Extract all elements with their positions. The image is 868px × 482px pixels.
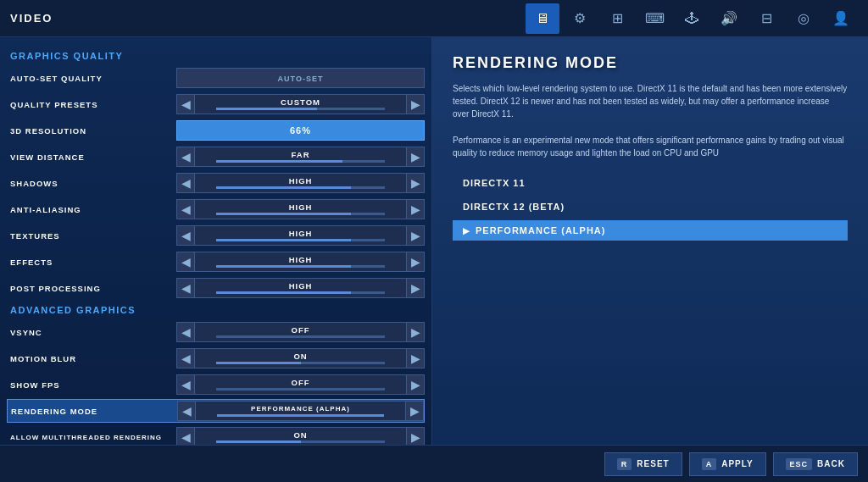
reset-button[interactable]: R RESET — [604, 452, 682, 476]
nav-controller-btn[interactable]: ◎ — [787, 3, 821, 34]
nav-keyboard-btn[interactable]: ⌨ — [637, 3, 671, 34]
arrow-right-anti-aliasing[interactable]: ▶ — [406, 199, 425, 219]
label-vsync: VSYNC — [7, 328, 176, 337]
option-directx11[interactable]: DIRECTX 11 — [453, 173, 848, 193]
value-display-motion-blur: ON — [195, 348, 406, 368]
control-view-distance: ◀ FAR ▶ — [176, 145, 425, 169]
control-effects: ◀ HIGH ▶ — [176, 250, 425, 274]
option-label-directx11: DIRECTX 11 — [463, 178, 526, 188]
arrow-right-vsync[interactable]: ▶ — [406, 322, 425, 342]
right-panel-desc2: Performance is an experimental new mode … — [453, 134, 848, 159]
arrow-right-multithreaded[interactable]: ▶ — [406, 427, 425, 445]
option-directx12[interactable]: DIRECTX 12 (BETA) — [453, 197, 848, 217]
arrow-left-quality-presets[interactable]: ◀ — [176, 94, 195, 114]
control-shadows: ◀ HIGH ▶ — [176, 171, 425, 195]
value-bar-view-distance — [216, 160, 385, 163]
nav-gamepad-btn[interactable]: 🕹 — [675, 3, 709, 34]
option-selected-arrow: ▶ — [463, 226, 470, 235]
value-text-quality-presets: CUSTOM — [281, 98, 320, 107]
bottom-bar: R RESET A APPLY ESC BACK — [0, 445, 868, 482]
label-effects: EFFECTS — [7, 258, 176, 267]
arrow-right-effects[interactable]: ▶ — [406, 252, 425, 272]
arrow-left-multithreaded[interactable]: ◀ — [176, 427, 195, 445]
nav-person-btn[interactable]: 👤 — [824, 3, 858, 34]
label-shadows: SHADOWS — [7, 179, 176, 188]
label-autoset: AUTO-SET QUALITY — [7, 74, 176, 83]
back-key: ESC — [786, 458, 813, 470]
reset-key: R — [617, 458, 632, 470]
nav-gear-btn[interactable]: ⚙ — [563, 3, 597, 34]
value-bar-post-processing — [216, 291, 385, 294]
setting-row-rendering-mode[interactable]: RENDERING MODE ◀ PERFORMANCE (ALPHA) ▶ — [7, 399, 425, 423]
nav-display-btn[interactable]: ⊞ — [600, 3, 634, 34]
value-display-multithreaded: ON — [195, 427, 406, 445]
value-display-vsync: OFF — [195, 322, 406, 342]
control-post-processing: ◀ HIGH ▶ — [176, 276, 425, 300]
arrow-left-view-distance[interactable]: ◀ — [176, 147, 195, 167]
arrow-left-show-fps[interactable]: ◀ — [176, 374, 195, 395]
resolution-value: 66% — [290, 125, 311, 136]
arrow-left-shadows[interactable]: ◀ — [176, 173, 195, 193]
arrow-right-show-fps[interactable]: ▶ — [406, 374, 425, 395]
arrow-right-motion-blur[interactable]: ▶ — [406, 348, 425, 368]
arrow-control-quality-presets: ◀ CUSTOM ▶ — [176, 94, 425, 114]
value-display-view-distance: FAR — [195, 147, 406, 167]
value-bar-effects — [216, 265, 385, 268]
control-anti-aliasing: ◀ HIGH ▶ — [176, 197, 425, 221]
value-display-effects: HIGH — [195, 252, 406, 272]
setting-row-3d-resolution: 3D RESOLUTION 66% — [7, 119, 425, 142]
control-quality-presets: ◀ CUSTOM ▶ — [176, 92, 425, 116]
value-text-vsync: OFF — [292, 326, 310, 335]
arrow-left-post-processing[interactable]: ◀ — [176, 278, 195, 298]
value-bar-shadows — [216, 186, 385, 189]
label-anti-aliasing: ANTI-ALIASING — [7, 205, 176, 214]
auto-set-button[interactable]: AUTO-SET — [176, 68, 425, 88]
nav-speaker-btn[interactable]: 🔊 — [712, 3, 746, 34]
option-label-directx12: DIRECTX 12 (BETA) — [463, 202, 565, 212]
value-text-post-processing: HIGH — [289, 282, 313, 291]
left-panel: GRAPHICS QUALITY AUTO-SET QUALITY AUTO-S… — [0, 37, 432, 445]
right-panel-desc1: Selects which low-level rendering system… — [453, 82, 848, 120]
value-display-textures: HIGH — [195, 225, 406, 246]
label-textures: TEXTURES — [7, 231, 176, 241]
arrow-right-rendering-mode[interactable]: ▶ — [405, 401, 424, 421]
label-show-fps: SHOW FPS — [7, 380, 176, 390]
back-label: BACK — [817, 459, 845, 468]
label-post-processing: POST PROCESSING — [7, 284, 176, 293]
setting-row-multithreaded: ALLOW MULTITHREADED RENDERING ◀ ON ▶ — [7, 425, 425, 445]
resolution-control[interactable]: 66% — [176, 120, 425, 141]
arrow-left-anti-aliasing[interactable]: ◀ — [176, 199, 195, 219]
value-display-shadows: HIGH — [195, 173, 406, 193]
nav-monitor-btn[interactable]: 🖥 — [526, 3, 559, 34]
label-motion-blur: MOTION BLUR — [7, 354, 176, 363]
label-view-distance: VIEW DISTANCE — [7, 152, 176, 162]
arrow-right-view-distance[interactable]: ▶ — [406, 147, 425, 167]
control-vsync: ◀ OFF ▶ — [176, 320, 425, 344]
option-performance-alpha[interactable]: ▶ PERFORMANCE (ALPHA) — [453, 220, 848, 241]
value-bar-motion-blur — [216, 362, 385, 364]
main-content: GRAPHICS QUALITY AUTO-SET QUALITY AUTO-S… — [0, 37, 868, 445]
apply-key: A — [702, 458, 717, 470]
arrow-left-motion-blur[interactable]: ◀ — [176, 348, 195, 368]
arrow-left-effects[interactable]: ◀ — [176, 252, 195, 272]
arrow-right-post-processing[interactable]: ▶ — [406, 278, 425, 298]
setting-row-anti-aliasing: ANTI-ALIASING ◀ HIGH ▶ — [7, 197, 425, 221]
options-list: DIRECTX 11 DIRECTX 12 (BETA) ▶ PERFORMAN… — [453, 173, 848, 241]
nav-network-btn[interactable]: ⊟ — [749, 3, 783, 34]
nav-icons: 🖥 ⚙ ⊞ ⌨ 🕹 🔊 ⊟ ◎ 👤 — [526, 3, 858, 34]
back-button[interactable]: ESC BACK — [773, 452, 858, 476]
graphics-quality-title: GRAPHICS QUALITY — [10, 51, 421, 61]
setting-row-motion-blur: MOTION BLUR ◀ ON ▶ — [7, 346, 425, 370]
label-3d-resolution: 3D RESOLUTION — [7, 126, 176, 136]
arrow-left-rendering-mode[interactable]: ◀ — [177, 401, 196, 421]
value-text-multithreaded: ON — [293, 431, 307, 440]
option-label-performance: PERFORMANCE (ALPHA) — [476, 225, 605, 235]
arrow-left-vsync[interactable]: ◀ — [176, 322, 195, 342]
arrow-left-textures[interactable]: ◀ — [176, 225, 195, 246]
apply-button[interactable]: A APPLY — [689, 452, 766, 476]
arrow-right-shadows[interactable]: ▶ — [406, 173, 425, 193]
value-display-post-processing: HIGH — [195, 278, 406, 298]
setting-row-show-fps: SHOW FPS ◀ OFF ▶ — [7, 373, 425, 396]
arrow-right-quality-presets[interactable]: ▶ — [406, 94, 425, 114]
arrow-right-textures[interactable]: ▶ — [406, 225, 425, 246]
